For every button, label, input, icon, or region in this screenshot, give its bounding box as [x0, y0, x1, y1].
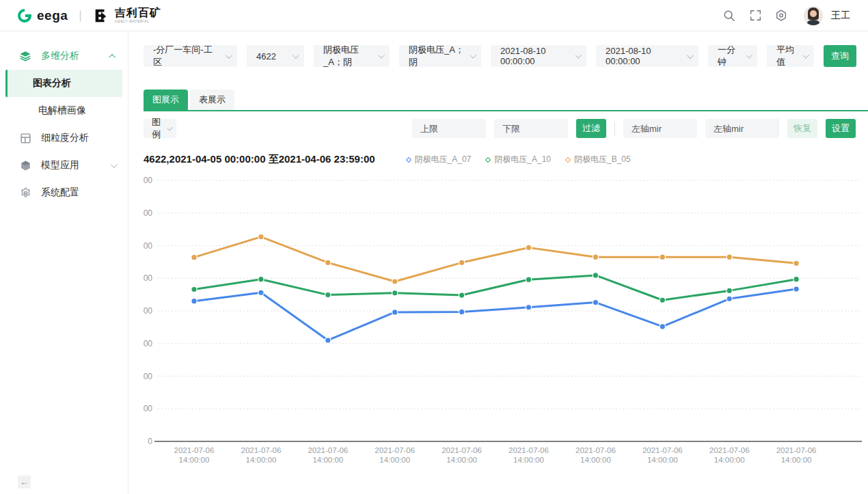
- avatar[interactable]: [804, 6, 823, 25]
- sidebar-item-label: 细粒度分析: [41, 132, 89, 144]
- tab-underline: [144, 110, 868, 111]
- legend-label: 阴极电压_A_10: [494, 154, 551, 165]
- svg-text:300: 300: [144, 339, 152, 348]
- metric-select-1[interactable]: 阴极电压_A；阴: [314, 45, 390, 67]
- svg-text:14:00:00: 14:00:00: [246, 456, 277, 464]
- chevron-down-icon: [470, 52, 476, 58]
- legend-select-value: 图例: [152, 116, 162, 141]
- query-button[interactable]: 查询: [824, 45, 856, 67]
- chart-settings-button[interactable]: 设置: [826, 119, 856, 138]
- start-time-value: 2021-08-10 00:00:00: [500, 46, 570, 66]
- main-content: -分厂一车间-工区 4622 阴极电压_A；阴 阴极电压_A；阴 2021-08…: [128, 31, 868, 494]
- toolbar-divider: [614, 121, 615, 136]
- start-time-select[interactable]: 2021-08-10 00:00:00: [491, 45, 586, 67]
- tab-table-view[interactable]: 表展示: [190, 90, 234, 110]
- restore-button[interactable]: 恢复: [787, 119, 817, 138]
- sidebar-collapse-button[interactable]: ←: [18, 476, 31, 489]
- svg-text:2021-07-06: 2021-07-06: [642, 446, 683, 454]
- legend-marker-icon: [405, 156, 411, 162]
- sidebar-item-label: 模型应用: [41, 159, 79, 171]
- svg-text:400: 400: [144, 306, 152, 316]
- legend-marker-icon: [485, 156, 491, 162]
- legend-item[interactable]: 阴极电压_A_10: [486, 154, 551, 165]
- sidebar-item-chart-analysis[interactable]: 图表分析: [5, 70, 122, 97]
- interval-select[interactable]: 一分钟: [708, 45, 757, 67]
- line-chart[interactable]: 01002003004005006007008002021-07-0614:00…: [144, 170, 865, 465]
- filter-button[interactable]: 过滤: [576, 119, 606, 138]
- chevron-down-icon: [803, 52, 809, 58]
- svg-text:0: 0: [148, 437, 152, 446]
- sidebar-item-label: 图表分析: [33, 77, 71, 90]
- sidebar-item-label: 系统配置: [41, 187, 79, 199]
- svg-text:14:00:00: 14:00:00: [446, 456, 477, 464]
- left-axis-min-input[interactable]: [623, 119, 697, 138]
- brand-subtitle: GEELY MATERIAL: [115, 20, 161, 23]
- svg-text:14:00:00: 14:00:00: [179, 456, 210, 464]
- chevron-up-icon: [109, 53, 116, 60]
- chart-toolbar: 图例 过滤 恢复 设置: [144, 119, 856, 138]
- sidebar-item-cell-portrait[interactable]: 电解槽画像: [5, 97, 122, 124]
- svg-text:200: 200: [144, 372, 152, 381]
- chevron-down-icon: [167, 124, 173, 130]
- svg-text:2021-07-06: 2021-07-06: [709, 446, 750, 454]
- chevron-down-icon: [111, 161, 118, 168]
- left-axis-max-input[interactable]: [705, 119, 779, 138]
- settings-icon[interactable]: [775, 10, 787, 22]
- svg-text:2021-07-06: 2021-07-06: [375, 446, 415, 454]
- chevron-down-icon: [687, 52, 694, 59]
- end-time-value: 2021-08-10 00:00:00: [606, 46, 681, 66]
- legend-marker-icon: [565, 156, 571, 162]
- sidebar-item-fine-grained-analysis[interactable]: 细粒度分析: [0, 124, 128, 152]
- aggregation-value: 平均值: [776, 44, 798, 68]
- metric-select-1-value: 阴极电压_A；阴: [323, 44, 373, 68]
- svg-text:500: 500: [144, 273, 152, 283]
- upper-limit-input[interactable]: [412, 119, 486, 138]
- chevron-down-icon: [293, 52, 299, 59]
- svg-text:2021-07-06: 2021-07-06: [776, 446, 817, 454]
- sidebar-item-model-application[interactable]: 模型应用: [0, 152, 128, 179]
- svg-text:14:00:00: 14:00:00: [312, 456, 343, 464]
- workshop-select[interactable]: -分厂一车间-工区: [144, 45, 237, 67]
- search-icon[interactable]: [723, 10, 735, 22]
- sidebar-item-label: 电解槽画像: [38, 105, 86, 117]
- end-time-select[interactable]: 2021-08-10 00:00:00: [596, 45, 699, 67]
- geely-material-glyph-icon: [93, 8, 108, 23]
- sidebar-item-multidim-analysis[interactable]: 多维分析: [0, 42, 128, 70]
- grid-icon: [19, 132, 31, 144]
- logo-divider: |: [79, 8, 82, 23]
- chart-title: 4622,2021-04-05 00:00:00 至2021-04-06 23:…: [144, 153, 375, 166]
- svg-text:700: 700: [144, 208, 152, 218]
- legend-select[interactable]: 图例: [144, 119, 176, 138]
- cell-id-select[interactable]: 4622: [247, 45, 304, 67]
- tab-chart-view[interactable]: 图展示: [144, 90, 188, 110]
- legend-item[interactable]: 阴极电压_A_07: [407, 154, 472, 165]
- lower-limit-input[interactable]: [494, 119, 568, 138]
- metric-select-2-value: 阴极电压_A；阴: [409, 44, 465, 68]
- chart-legend: 阴极电压_A_07阴极电压_A_10阴极电压_B_05: [407, 154, 631, 165]
- user-name[interactable]: 王工: [831, 10, 850, 22]
- legend-label: 阴极电压_A_07: [415, 154, 472, 165]
- svg-text:14:00:00: 14:00:00: [781, 456, 812, 464]
- sidebar: 多维分析 图表分析 电解槽画像 细粒度分析 模型应用 系统配置: [0, 31, 128, 494]
- fullscreen-icon[interactable]: [749, 10, 761, 22]
- svg-text:14:00:00: 14:00:00: [513, 456, 544, 464]
- svg-text:2021-07-06: 2021-07-06: [241, 446, 281, 454]
- legend-item[interactable]: 阴极电压_B_05: [566, 154, 631, 165]
- svg-text:2021-07-06: 2021-07-06: [308, 446, 348, 454]
- aggregation-select[interactable]: 平均值: [767, 45, 814, 67]
- svg-text:800: 800: [144, 176, 152, 185]
- svg-text:600: 600: [144, 241, 152, 251]
- svg-text:14:00:00: 14:00:00: [580, 456, 611, 464]
- svg-text:2021-07-06: 2021-07-06: [174, 446, 215, 454]
- svg-text:2021-07-06: 2021-07-06: [442, 446, 482, 454]
- svg-text:14:00:00: 14:00:00: [379, 456, 410, 464]
- svg-text:2021-07-06: 2021-07-06: [508, 446, 549, 454]
- cell-id-select-value: 4622: [256, 51, 276, 61]
- chart-canvas[interactable]: 01002003004005006007008002021-07-0614:00…: [144, 170, 856, 468]
- sidebar-item-system-settings[interactable]: 系统配置: [0, 179, 128, 206]
- metric-select-2[interactable]: 阴极电压_A；阴: [399, 45, 481, 67]
- geega-g-icon: [16, 8, 33, 24]
- chart-title-row: 4622,2021-04-05 00:00:00 至2021-04-06 23:…: [144, 153, 856, 166]
- interval-value: 一分钟: [718, 44, 741, 68]
- svg-text:14:00:00: 14:00:00: [647, 456, 678, 464]
